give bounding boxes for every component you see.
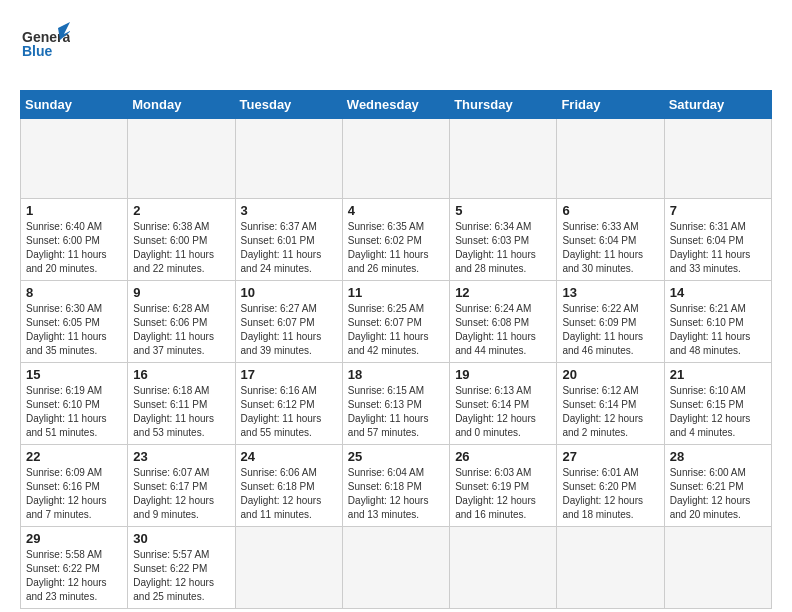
calendar-week-row: 8Sunrise: 6:30 AMSunset: 6:05 PMDaylight… xyxy=(21,281,772,363)
day-number: 13 xyxy=(562,285,658,300)
calendar-cell: 22Sunrise: 6:09 AMSunset: 6:16 PMDayligh… xyxy=(21,445,128,527)
day-info: Sunrise: 6:33 AMSunset: 6:04 PMDaylight:… xyxy=(562,220,658,276)
calendar-cell: 16Sunrise: 6:18 AMSunset: 6:11 PMDayligh… xyxy=(128,363,235,445)
day-number: 8 xyxy=(26,285,122,300)
day-number: 22 xyxy=(26,449,122,464)
day-info: Sunrise: 6:24 AMSunset: 6:08 PMDaylight:… xyxy=(455,302,551,358)
logo: General Blue xyxy=(20,20,70,74)
calendar-week-row: 22Sunrise: 6:09 AMSunset: 6:16 PMDayligh… xyxy=(21,445,772,527)
day-number: 3 xyxy=(241,203,337,218)
day-info: Sunrise: 6:18 AMSunset: 6:11 PMDaylight:… xyxy=(133,384,229,440)
day-info: Sunrise: 6:00 AMSunset: 6:21 PMDaylight:… xyxy=(670,466,766,522)
calendar-cell: 7Sunrise: 6:31 AMSunset: 6:04 PMDaylight… xyxy=(664,199,771,281)
day-number: 9 xyxy=(133,285,229,300)
day-number: 10 xyxy=(241,285,337,300)
calendar-cell: 1Sunrise: 6:40 AMSunset: 6:00 PMDaylight… xyxy=(21,199,128,281)
day-number: 25 xyxy=(348,449,444,464)
day-info: Sunrise: 6:12 AMSunset: 6:14 PMDaylight:… xyxy=(562,384,658,440)
weekday-header: Sunday xyxy=(21,91,128,119)
calendar-header-row: SundayMondayTuesdayWednesdayThursdayFrid… xyxy=(21,91,772,119)
day-info: Sunrise: 6:30 AMSunset: 6:05 PMDaylight:… xyxy=(26,302,122,358)
day-info: Sunrise: 6:31 AMSunset: 6:04 PMDaylight:… xyxy=(670,220,766,276)
calendar-cell: 30Sunrise: 5:57 AMSunset: 6:22 PMDayligh… xyxy=(128,527,235,609)
calendar-cell xyxy=(664,527,771,609)
day-number: 14 xyxy=(670,285,766,300)
day-number: 27 xyxy=(562,449,658,464)
calendar-cell: 25Sunrise: 6:04 AMSunset: 6:18 PMDayligh… xyxy=(342,445,449,527)
day-info: Sunrise: 6:07 AMSunset: 6:17 PMDaylight:… xyxy=(133,466,229,522)
calendar-cell: 2Sunrise: 6:38 AMSunset: 6:00 PMDaylight… xyxy=(128,199,235,281)
calendar-cell: 23Sunrise: 6:07 AMSunset: 6:17 PMDayligh… xyxy=(128,445,235,527)
day-number: 5 xyxy=(455,203,551,218)
day-number: 30 xyxy=(133,531,229,546)
day-number: 29 xyxy=(26,531,122,546)
day-info: Sunrise: 6:38 AMSunset: 6:00 PMDaylight:… xyxy=(133,220,229,276)
day-info: Sunrise: 6:27 AMSunset: 6:07 PMDaylight:… xyxy=(241,302,337,358)
day-number: 24 xyxy=(241,449,337,464)
day-number: 1 xyxy=(26,203,122,218)
calendar-cell xyxy=(450,527,557,609)
weekday-header: Thursday xyxy=(450,91,557,119)
calendar-cell: 24Sunrise: 6:06 AMSunset: 6:18 PMDayligh… xyxy=(235,445,342,527)
calendar-week-row: 1Sunrise: 6:40 AMSunset: 6:00 PMDaylight… xyxy=(21,199,772,281)
calendar-cell: 28Sunrise: 6:00 AMSunset: 6:21 PMDayligh… xyxy=(664,445,771,527)
calendar-cell: 27Sunrise: 6:01 AMSunset: 6:20 PMDayligh… xyxy=(557,445,664,527)
calendar-cell: 15Sunrise: 6:19 AMSunset: 6:10 PMDayligh… xyxy=(21,363,128,445)
day-number: 7 xyxy=(670,203,766,218)
day-info: Sunrise: 6:15 AMSunset: 6:13 PMDaylight:… xyxy=(348,384,444,440)
day-info: Sunrise: 6:13 AMSunset: 6:14 PMDaylight:… xyxy=(455,384,551,440)
calendar-cell: 6Sunrise: 6:33 AMSunset: 6:04 PMDaylight… xyxy=(557,199,664,281)
day-info: Sunrise: 6:01 AMSunset: 6:20 PMDaylight:… xyxy=(562,466,658,522)
day-info: Sunrise: 6:06 AMSunset: 6:18 PMDaylight:… xyxy=(241,466,337,522)
calendar-cell xyxy=(342,119,449,199)
day-number: 28 xyxy=(670,449,766,464)
calendar-cell xyxy=(342,527,449,609)
calendar-cell xyxy=(21,119,128,199)
weekday-header: Saturday xyxy=(664,91,771,119)
calendar-cell: 3Sunrise: 6:37 AMSunset: 6:01 PMDaylight… xyxy=(235,199,342,281)
calendar-cell: 13Sunrise: 6:22 AMSunset: 6:09 PMDayligh… xyxy=(557,281,664,363)
day-info: Sunrise: 6:10 AMSunset: 6:15 PMDaylight:… xyxy=(670,384,766,440)
day-info: Sunrise: 6:04 AMSunset: 6:18 PMDaylight:… xyxy=(348,466,444,522)
day-number: 15 xyxy=(26,367,122,382)
logo-icon: General Blue xyxy=(20,20,70,70)
calendar-cell: 26Sunrise: 6:03 AMSunset: 6:19 PMDayligh… xyxy=(450,445,557,527)
day-info: Sunrise: 6:37 AMSunset: 6:01 PMDaylight:… xyxy=(241,220,337,276)
day-info: Sunrise: 6:35 AMSunset: 6:02 PMDaylight:… xyxy=(348,220,444,276)
day-number: 2 xyxy=(133,203,229,218)
weekday-header: Friday xyxy=(557,91,664,119)
calendar-week-row xyxy=(21,119,772,199)
day-number: 20 xyxy=(562,367,658,382)
calendar-week-row: 29Sunrise: 5:58 AMSunset: 6:22 PMDayligh… xyxy=(21,527,772,609)
calendar-cell xyxy=(128,119,235,199)
calendar-cell: 8Sunrise: 6:30 AMSunset: 6:05 PMDaylight… xyxy=(21,281,128,363)
calendar-cell: 12Sunrise: 6:24 AMSunset: 6:08 PMDayligh… xyxy=(450,281,557,363)
day-number: 21 xyxy=(670,367,766,382)
day-info: Sunrise: 6:40 AMSunset: 6:00 PMDaylight:… xyxy=(26,220,122,276)
svg-text:Blue: Blue xyxy=(22,43,53,59)
page-header: General Blue xyxy=(20,20,772,74)
calendar-cell: 18Sunrise: 6:15 AMSunset: 6:13 PMDayligh… xyxy=(342,363,449,445)
day-info: Sunrise: 6:03 AMSunset: 6:19 PMDaylight:… xyxy=(455,466,551,522)
day-info: Sunrise: 6:34 AMSunset: 6:03 PMDaylight:… xyxy=(455,220,551,276)
calendar-cell: 10Sunrise: 6:27 AMSunset: 6:07 PMDayligh… xyxy=(235,281,342,363)
day-info: Sunrise: 6:16 AMSunset: 6:12 PMDaylight:… xyxy=(241,384,337,440)
day-number: 16 xyxy=(133,367,229,382)
calendar-cell: 17Sunrise: 6:16 AMSunset: 6:12 PMDayligh… xyxy=(235,363,342,445)
day-info: Sunrise: 5:57 AMSunset: 6:22 PMDaylight:… xyxy=(133,548,229,604)
calendar-cell: 11Sunrise: 6:25 AMSunset: 6:07 PMDayligh… xyxy=(342,281,449,363)
day-number: 23 xyxy=(133,449,229,464)
day-info: Sunrise: 6:25 AMSunset: 6:07 PMDaylight:… xyxy=(348,302,444,358)
day-info: Sunrise: 5:58 AMSunset: 6:22 PMDaylight:… xyxy=(26,548,122,604)
calendar-cell xyxy=(557,527,664,609)
calendar-cell: 29Sunrise: 5:58 AMSunset: 6:22 PMDayligh… xyxy=(21,527,128,609)
calendar-cell: 5Sunrise: 6:34 AMSunset: 6:03 PMDaylight… xyxy=(450,199,557,281)
calendar-cell: 21Sunrise: 6:10 AMSunset: 6:15 PMDayligh… xyxy=(664,363,771,445)
calendar-cell xyxy=(235,119,342,199)
calendar-cell: 14Sunrise: 6:21 AMSunset: 6:10 PMDayligh… xyxy=(664,281,771,363)
calendar-table: SundayMondayTuesdayWednesdayThursdayFrid… xyxy=(20,90,772,609)
calendar-cell xyxy=(450,119,557,199)
day-info: Sunrise: 6:21 AMSunset: 6:10 PMDaylight:… xyxy=(670,302,766,358)
weekday-header: Wednesday xyxy=(342,91,449,119)
day-number: 17 xyxy=(241,367,337,382)
